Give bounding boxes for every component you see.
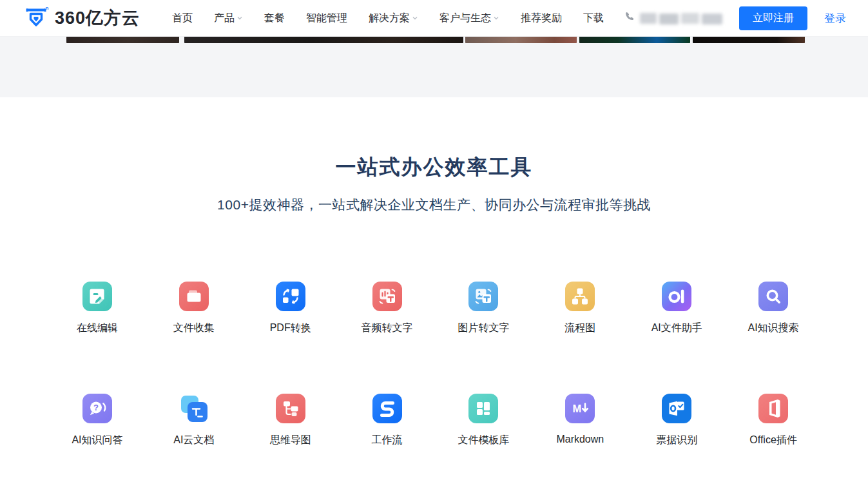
tool-label: Markdown: [556, 434, 604, 445]
convert-icon: [276, 282, 305, 311]
logo-text: 360亿方云: [55, 6, 140, 30]
tool-item[interactable]: AI文件助手: [628, 282, 725, 335]
section-title: 一站式办公效率工具: [0, 153, 868, 182]
carousel-card-image[interactable]: [66, 37, 179, 43]
qa-bubble-icon: ?: [82, 394, 112, 423]
hero-band: [0, 37, 868, 97]
login-link[interactable]: 登录: [824, 11, 846, 26]
nav-item-customers-ecosystem[interactable]: 客户与生态: [439, 12, 499, 25]
tool-label: 工作流: [372, 434, 403, 447]
tool-label: 在线编辑: [77, 322, 118, 335]
register-button[interactable]: 立即注册: [739, 6, 807, 30]
tool-label: AI知识搜索: [748, 322, 799, 335]
carousel-card-image[interactable]: [693, 37, 805, 43]
tool-label: AI文件助手: [651, 322, 702, 335]
section-subtitle: 100+提效神器，一站式解决企业文档生产、协同办公与流程审批等挑战: [0, 196, 868, 214]
nav-item-plans[interactable]: 套餐: [264, 12, 285, 25]
tool-item[interactable]: 在线编辑: [49, 282, 146, 335]
tool-label: 文件模板库: [458, 434, 509, 447]
ai-assistant-icon: [662, 282, 691, 311]
tool-item[interactable]: Office插件: [725, 394, 822, 447]
nav-item-products[interactable]: 产品: [214, 12, 243, 25]
carousel-card-image[interactable]: [579, 37, 690, 43]
audio-to-text-icon: [372, 282, 402, 311]
tool-label: AI知识问答: [72, 434, 122, 447]
logo-shield-icon: n: [23, 4, 49, 32]
nav-item-home[interactable]: 首页: [172, 12, 193, 25]
tool-item[interactable]: 图片转文字: [436, 282, 532, 335]
mindmap-icon: [276, 394, 305, 423]
tool-item[interactable]: M Markdown: [532, 394, 628, 447]
carousel-strip: [66, 37, 805, 43]
phone-icon: [624, 11, 636, 26]
tool-item[interactable]: 工作流: [339, 394, 436, 447]
tool-item[interactable]: 流程图: [532, 282, 628, 335]
contact-phone: [624, 11, 722, 26]
folder-icon: [179, 282, 209, 311]
cloud-doc-front-square: [188, 402, 207, 422]
svg-text:n: n: [46, 5, 49, 11]
tool-item[interactable]: 票据识别: [628, 394, 725, 447]
tool-label: 音频转文字: [362, 322, 413, 335]
tool-label: 图片转文字: [458, 322, 509, 335]
knowledge-search-icon: [758, 282, 788, 311]
chevron-down-icon: [412, 12, 418, 24]
carousel-card-image[interactable]: [184, 37, 463, 43]
top-nav-bar: n 360亿方云 首页 产品 套餐 智能管理 解决方案 客户与生态 推荐奖励 下…: [0, 0, 868, 37]
svg-text:M: M: [573, 403, 582, 414]
flowchart-icon: [565, 282, 595, 311]
tool-item[interactable]: AI知识搜索: [725, 282, 822, 335]
header-right: 立即注册 登录: [624, 6, 846, 30]
tool-label: AI云文档: [173, 434, 214, 447]
main-nav: 首页 产品 套餐 智能管理 解决方案 客户与生态 推荐奖励 下载: [172, 12, 604, 25]
tool-item[interactable]: ? AI知识问答: [49, 394, 146, 447]
tool-label: PDF转换: [270, 322, 311, 335]
tool-label: 思维导图: [270, 434, 311, 447]
logo[interactable]: n 360亿方云: [23, 4, 140, 32]
chevron-down-icon: [493, 12, 499, 24]
tool-item[interactable]: PDF转换: [242, 282, 339, 335]
cloud-doc-icon: [179, 394, 209, 423]
nav-item-download[interactable]: 下载: [583, 12, 604, 25]
tool-label: 票据识别: [656, 434, 697, 447]
image-to-text-icon: [468, 282, 498, 311]
nav-item-smart-management[interactable]: 智能管理: [306, 12, 347, 25]
tool-item[interactable]: AI云文档: [146, 394, 242, 447]
nav-item-referral-rewards[interactable]: 推荐奖励: [521, 12, 562, 25]
tool-label: 文件收集: [173, 322, 215, 335]
chevron-down-icon: [236, 12, 243, 24]
tools-grid: 在线编辑 文件收集: [49, 282, 822, 447]
svg-text:?: ?: [93, 403, 99, 412]
doc-edit-icon: [82, 282, 112, 311]
markdown-icon: M: [565, 394, 595, 423]
carousel-card-image[interactable]: [465, 37, 577, 43]
tool-label: 流程图: [564, 322, 595, 335]
workflow-icon: [372, 394, 402, 423]
tool-item[interactable]: 思维导图: [242, 394, 339, 447]
receipt-icon: [662, 394, 691, 423]
tool-item[interactable]: 文件收集: [146, 282, 242, 335]
tool-label: Office插件: [749, 434, 797, 447]
office-icon: [758, 394, 788, 423]
nav-item-solutions[interactable]: 解决方案: [369, 12, 418, 25]
tools-section: 一站式办公效率工具 100+提效神器，一站式解决企业文档生产、协同办公与流程审批…: [0, 153, 868, 447]
phone-number-blurred: [640, 12, 722, 24]
tool-item[interactable]: 文件模板库: [436, 394, 532, 447]
template-grid-icon: [468, 394, 498, 423]
page: n 360亿方云 首页 产品 套餐 智能管理 解决方案 客户与生态 推荐奖励 下…: [0, 0, 868, 480]
tool-item[interactable]: 音频转文字: [339, 282, 436, 335]
